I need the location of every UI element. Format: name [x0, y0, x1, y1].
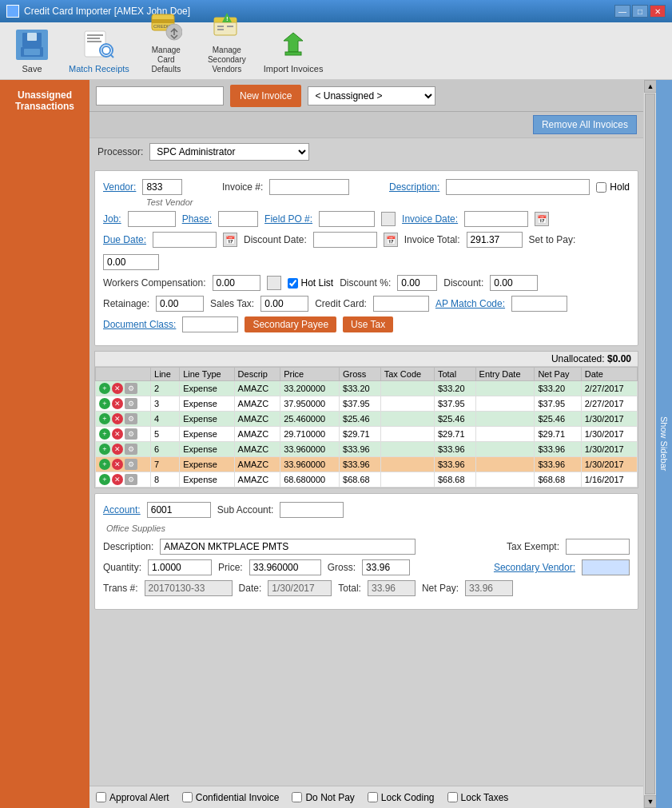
- document-class-label[interactable]: Document Class:: [103, 319, 176, 330]
- row-detail-button[interactable]: ⚙: [125, 383, 137, 394]
- row-add-button[interactable]: +: [99, 398, 110, 409]
- scrollbar[interactable]: ▲ ▼: [643, 80, 656, 808]
- due-date-label[interactable]: Due Date:: [103, 234, 146, 245]
- workers-comp-icon[interactable]: [267, 276, 281, 290]
- ap-match-code-label[interactable]: AP Match Code:: [435, 298, 505, 309]
- document-class-input[interactable]: [182, 316, 238, 332]
- maximize-button[interactable]: □: [632, 5, 648, 18]
- field-po-icon[interactable]: [381, 212, 396, 226]
- row-detail-button[interactable]: ⚙: [125, 474, 137, 485]
- discount-input[interactable]: [490, 275, 538, 291]
- row-remove-button[interactable]: ✕: [112, 383, 123, 394]
- secondary-vendor-input[interactable]: [582, 559, 630, 575]
- set-to-pay-input[interactable]: [103, 254, 159, 270]
- secondary-payee-button[interactable]: Secondary Payee: [245, 316, 336, 332]
- phase-input[interactable]: [218, 211, 258, 227]
- sub-account-input[interactable]: [280, 502, 344, 518]
- description-label[interactable]: Description:: [389, 181, 439, 193]
- row-detail-button[interactable]: ⚙: [125, 444, 137, 455]
- row-detail-button[interactable]: ⚙: [125, 428, 137, 440]
- row-add-button[interactable]: +: [99, 383, 110, 394]
- approval-alert-checkbox[interactable]: [96, 792, 106, 802]
- description-input[interactable]: [446, 179, 590, 195]
- table-row[interactable]: + ✕ ⚙ 6 Expense AMAZC 33.960000 $33.96 $…: [96, 442, 638, 457]
- row-add-button[interactable]: +: [99, 459, 110, 470]
- table-row[interactable]: + ✕ ⚙ 7 Expense AMAZC 33.960000 $33.96 $…: [96, 457, 638, 472]
- lock-taxes-checkbox[interactable]: [447, 792, 458, 802]
- hold-checkbox[interactable]: [596, 182, 606, 193]
- processor-select[interactable]: SPC Administrator: [149, 143, 309, 161]
- tax-exempt-input[interactable]: [566, 539, 630, 555]
- invoice-total-input[interactable]: [467, 232, 523, 248]
- row-detail-button[interactable]: ⚙: [125, 459, 137, 470]
- table-row[interactable]: + ✕ ⚙ 2 Expense AMAZC 33.200000 $33.20 $…: [96, 381, 638, 396]
- due-date-input[interactable]: [153, 232, 217, 248]
- row-detail-button[interactable]: ⚙: [125, 398, 137, 409]
- secondary-vendors-toolbar-item[interactable]: ! Manage Secondary Vendors: [203, 10, 251, 74]
- row-add-button[interactable]: +: [99, 413, 110, 424]
- gross-input[interactable]: [362, 559, 410, 575]
- minimize-button[interactable]: —: [614, 5, 630, 18]
- account-label[interactable]: Account:: [103, 504, 141, 515]
- scroll-down-button[interactable]: ▼: [644, 795, 657, 808]
- close-button[interactable]: ✕: [650, 5, 666, 18]
- import-invoices-toolbar-item[interactable]: Import Invoices: [264, 28, 324, 74]
- ap-match-code-input[interactable]: [511, 296, 567, 312]
- sales-tax-input[interactable]: [260, 296, 308, 312]
- workers-comp-input[interactable]: [213, 275, 260, 291]
- row-add-button[interactable]: +: [99, 444, 110, 455]
- field-po-input[interactable]: [319, 211, 375, 227]
- new-invoice-button[interactable]: New Invoice: [230, 85, 301, 107]
- row-add-button[interactable]: +: [99, 428, 110, 440]
- row-add-button[interactable]: +: [99, 474, 110, 485]
- row-remove-button[interactable]: ✕: [112, 398, 123, 409]
- table-row[interactable]: + ✕ ⚙ 5 Expense AMAZC 29.710000 $29.71 $…: [96, 427, 638, 442]
- confidential-invoice-checkbox[interactable]: [182, 792, 193, 802]
- unassigned-dropdown[interactable]: < Unassigned >: [308, 86, 435, 105]
- row-descrip: AMAZC: [234, 442, 280, 457]
- match-receipts-toolbar-item[interactable]: Match Receipts: [69, 28, 129, 74]
- hotlist-checkbox[interactable]: [288, 278, 298, 289]
- search-input[interactable]: [96, 86, 224, 105]
- row-remove-button[interactable]: ✕: [112, 459, 123, 470]
- use-tax-button[interactable]: Use Tax: [343, 316, 393, 332]
- save-toolbar-item[interactable]: Save: [8, 28, 56, 74]
- invoice-date-calendar-button[interactable]: 📅: [535, 212, 549, 226]
- table-row[interactable]: + ✕ ⚙ 4 Expense AMAZC 25.460000 $25.46 $…: [96, 412, 638, 427]
- field-po-label[interactable]: Field PO #:: [264, 213, 312, 225]
- discount-pct-input[interactable]: [397, 275, 437, 291]
- scroll-up-button[interactable]: ▲: [644, 80, 657, 93]
- account-input[interactable]: [147, 502, 211, 518]
- show-sidebar-button[interactable]: Show Sidebar: [656, 80, 672, 808]
- price-input[interactable]: [249, 559, 321, 575]
- credit-card-input[interactable]: [373, 296, 429, 312]
- invoice-date-label[interactable]: Invoice Date:: [402, 213, 458, 225]
- lock-coding-checkbox[interactable]: [368, 792, 378, 802]
- secondary-vendor-label[interactable]: Secondary Vendor:: [494, 562, 575, 573]
- vendor-input[interactable]: [142, 179, 182, 195]
- scroll-thumb[interactable]: [645, 94, 655, 794]
- row-detail-button[interactable]: ⚙: [125, 413, 137, 424]
- remove-all-invoices-button[interactable]: Remove All Invoices: [533, 115, 637, 134]
- phase-label[interactable]: Phase:: [182, 213, 212, 225]
- vendor-label[interactable]: Vendor:: [103, 181, 136, 193]
- job-input[interactable]: [128, 211, 176, 227]
- detail-description-input[interactable]: [160, 539, 416, 555]
- discount-date-input[interactable]: [313, 232, 377, 248]
- row-remove-button[interactable]: ✕: [112, 474, 123, 485]
- do-not-pay-checkbox[interactable]: [292, 792, 302, 802]
- job-label[interactable]: Job:: [103, 213, 121, 225]
- retainage-input[interactable]: [156, 296, 204, 312]
- row-remove-button[interactable]: ✕: [112, 428, 123, 440]
- manage-card-defaults-toolbar-item[interactable]: CREDIT Manage Card Defaults: [142, 10, 190, 74]
- unassigned-transactions-btn[interactable]: Unassigned Transactions: [0, 86, 89, 115]
- row-remove-button[interactable]: ✕: [112, 444, 123, 455]
- invoice-date-input[interactable]: [464, 211, 528, 227]
- invoice-num-input[interactable]: [269, 179, 349, 195]
- discount-date-calendar-button[interactable]: 📅: [384, 233, 398, 247]
- table-row[interactable]: + ✕ ⚙ 8 Expense AMAZC 68.680000 $68.68 $…: [96, 472, 638, 488]
- table-row[interactable]: + ✕ ⚙ 3 Expense AMAZC 37.950000 $37.95 $…: [96, 396, 638, 412]
- due-date-calendar-button[interactable]: 📅: [223, 233, 237, 247]
- quantity-input[interactable]: [148, 559, 212, 575]
- row-remove-button[interactable]: ✕: [112, 413, 123, 424]
